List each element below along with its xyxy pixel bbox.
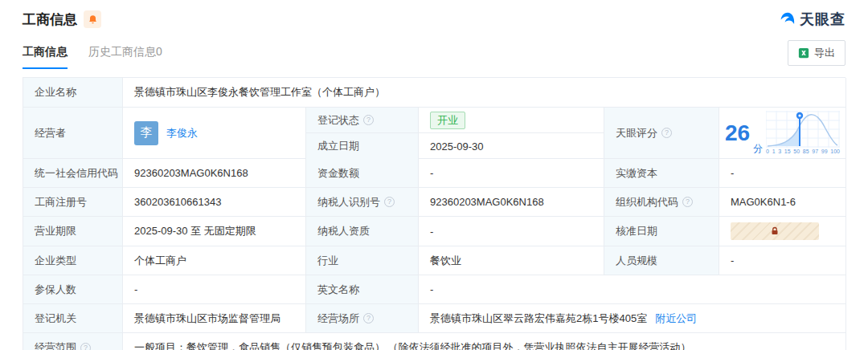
staff-size-value: - xyxy=(731,254,734,267)
company-type-label: 企业类型 xyxy=(35,254,76,268)
business-term-value-cell: 2025-09-30 至 无固定期限 xyxy=(123,217,306,246)
org-code-value: MAG0K6N1-6 xyxy=(731,196,796,208)
approval-date-value-cell xyxy=(719,217,846,246)
establish-date-value-cell: 2025-09-30 xyxy=(419,133,604,159)
company-name-label: 企业名称 xyxy=(35,85,76,100)
export-button[interactable]: 导出 xyxy=(788,40,845,66)
taxpayer-id-value-cell: 92360203MAG0K6N168 xyxy=(419,188,604,217)
locked-value[interactable] xyxy=(731,222,819,240)
registration-status-label: 登记状态 xyxy=(317,113,359,128)
taxpayer-id-value: 92360203MAG0K6N168 xyxy=(430,196,544,208)
business-scope-value: 一般项目：餐饮管理，食品销售（仅销售预包装食品） （除依法须经批准的项目外，凭营… xyxy=(134,340,691,350)
english-name-label: 英文名称 xyxy=(317,283,359,297)
staff-size-label-cell: 人员规模 xyxy=(604,246,719,275)
registration-authority-value: 景德镇市珠山区市场监督管理局 xyxy=(134,311,280,326)
status-date-subtable: 登记状态 开业 成立日期 2025-09-30 xyxy=(306,108,604,159)
credit-code-label-cell: 统一社会信用代码 xyxy=(23,159,123,188)
bell-icon xyxy=(88,14,98,25)
business-term-label-cell: 营业期限 xyxy=(23,217,123,246)
tab-history-business-info[interactable]: 历史工商信息0 xyxy=(88,45,162,69)
score-number: 26 xyxy=(725,122,750,144)
credit-code-value: 92360203MAG0K6N168 xyxy=(134,167,248,179)
establish-date-label: 成立日期 xyxy=(317,139,359,153)
business-scope-label-cell: 经营范围 xyxy=(23,333,123,350)
registration-status-value-cell: 开业 xyxy=(419,108,604,133)
capital-amount-value: - xyxy=(430,167,433,179)
capital-amount-label-cell: 资金数额 xyxy=(306,159,419,188)
org-code-value-cell: MAG0K6N1-6 xyxy=(719,188,846,217)
taxpayer-qualification-label: 纳税人资质 xyxy=(317,224,370,238)
paid-in-capital-value-cell: - xyxy=(719,159,846,188)
registration-authority-label: 登记机关 xyxy=(35,311,76,326)
industry-label: 行业 xyxy=(317,254,338,268)
approval-date-label: 核准日期 xyxy=(616,224,657,238)
status-badge: 开业 xyxy=(430,112,465,129)
org-code-label-cell: 组织机构代码 xyxy=(604,188,719,217)
help-icon[interactable] xyxy=(363,115,374,125)
help-icon[interactable] xyxy=(80,343,91,350)
registration-status-label-cell: 登记状态 xyxy=(306,108,419,133)
credit-code-label: 统一社会信用代码 xyxy=(35,166,118,181)
taxpayer-qualification-value: - xyxy=(430,226,433,238)
credit-code-value-cell: 92360203MAG0K6N168 xyxy=(123,159,306,188)
insured-count-label-cell: 参保人数 xyxy=(23,275,123,304)
approval-date-label-cell: 核准日期 xyxy=(604,217,719,246)
page-title: 工商信息 xyxy=(23,10,77,29)
insured-count-value-cell: - xyxy=(123,275,306,304)
industry-value-cell: 餐饮业 xyxy=(419,246,604,275)
capital-amount-label: 资金数额 xyxy=(317,166,359,181)
business-term-label: 营业期限 xyxy=(35,224,76,238)
org-code-label: 组织机构代码 xyxy=(616,195,678,210)
business-info-panel: 工商信息 天眼查 工商信息 历史工商信息0 导出 xyxy=(0,0,868,350)
registration-authority-label-cell: 登记机关 xyxy=(23,304,123,333)
tianyan-score-label-cell: 天眼评分 xyxy=(604,108,719,159)
tianyancha-logo[interactable]: 天眼查 xyxy=(780,10,845,29)
tianyan-score-label: 天眼评分 xyxy=(616,126,657,140)
capital-amount-value-cell: - xyxy=(419,159,604,188)
help-icon[interactable] xyxy=(363,313,374,324)
tab-business-info[interactable]: 工商信息 xyxy=(23,45,68,69)
taxpayer-id-label-cell: 纳税人识别号 xyxy=(306,188,419,217)
registration-number-label: 工商注册号 xyxy=(35,195,87,210)
score-distribution-chart: 0131550859799100 xyxy=(766,111,840,155)
company-type-value: 个体工商户 xyxy=(134,254,186,268)
monitor-bell-button[interactable] xyxy=(84,10,101,28)
registration-number-value: 360203610661343 xyxy=(134,196,221,208)
operator-value-cell: 李 李俊永 xyxy=(123,108,306,159)
help-icon[interactable] xyxy=(682,197,693,207)
industry-value: 餐饮业 xyxy=(430,254,461,268)
insured-count-label: 参保人数 xyxy=(35,283,76,297)
business-term-value: 2025-09-30 至 无固定期限 xyxy=(134,224,256,238)
company-name-value: 景德镇市珠山区李俊永餐饮管理工作室（个体工商户） xyxy=(134,85,385,100)
english-name-label-cell: 英文名称 xyxy=(306,275,419,304)
paid-in-capital-label: 实缴资本 xyxy=(616,166,657,181)
english-name-value-cell: - xyxy=(419,275,846,304)
score-curve-svg xyxy=(766,111,840,148)
help-icon[interactable] xyxy=(384,197,395,207)
business-premises-label-cell: 经营场所 xyxy=(306,304,419,333)
tianyancha-logo-text: 天眼查 xyxy=(800,10,845,29)
operator-label-cell: 经营者 xyxy=(23,108,123,159)
export-button-label: 导出 xyxy=(814,46,835,60)
tabs-bar: 工商信息 历史工商信息0 导出 xyxy=(0,40,868,69)
tianyancha-logo-icon xyxy=(780,11,796,27)
help-icon[interactable] xyxy=(661,128,672,138)
registration-number-label-cell: 工商注册号 xyxy=(23,188,123,217)
nearby-companies-link[interactable]: 附近公司 xyxy=(655,311,697,326)
company-type-value-cell: 个体工商户 xyxy=(123,246,306,275)
insured-count-value: - xyxy=(134,283,137,295)
business-scope-label: 经营范围 xyxy=(35,340,76,350)
operator-name-link[interactable]: 李俊永 xyxy=(166,126,198,140)
staff-size-label: 人员规模 xyxy=(616,254,657,268)
paid-in-capital-value: - xyxy=(731,167,734,179)
business-premises-value: 景德镇市珠山区翠云路宏伟嘉苑2栋1号楼405室 xyxy=(430,311,647,326)
paid-in-capital-label-cell: 实缴资本 xyxy=(604,159,719,188)
establish-date-label-cell: 成立日期 xyxy=(306,133,419,159)
business-premises-value-cell: 景德镇市珠山区翠云路宏伟嘉苑2栋1号楼405室 附近公司 xyxy=(419,304,846,333)
business-premises-label: 经营场所 xyxy=(317,311,359,326)
score-unit: 分 xyxy=(753,142,763,156)
taxpayer-id-label: 纳税人识别号 xyxy=(317,195,380,210)
taxpayer-qualification-value-cell: - xyxy=(419,217,604,246)
operator-avatar[interactable]: 李 xyxy=(134,121,158,145)
establish-date-value: 2025-09-30 xyxy=(430,140,484,153)
